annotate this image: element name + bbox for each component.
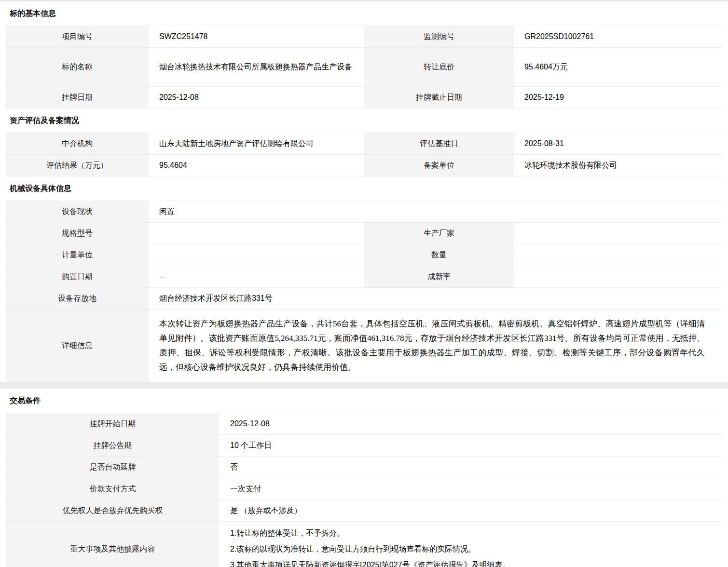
field-label-project-no: 项目编号 bbox=[6, 26, 149, 47]
field-label-floor-price: 转让底价 bbox=[364, 48, 514, 86]
field-label-unit: 计量单位 bbox=[6, 244, 149, 266]
table-row-project-no: 项目编号 SWZC251478 监测编号 GR2025SD1002761 bbox=[6, 26, 722, 47]
table-row-appraisal-result: 评估结果（万元） 95.4604 备案单位 冰轮环境技术股份有限公司 bbox=[6, 154, 722, 176]
field-value-agency: 山东天陆新土地房地产资产评估测绘有限公司 bbox=[149, 133, 364, 154]
field-value-purchase-date: -- bbox=[149, 266, 364, 287]
field-label-disclosure: 重大事项及其他披露内容 bbox=[6, 522, 220, 567]
table-row-priority-waiver: 优先权人是否放弃优先购买权 是 （放弃或不涉及） bbox=[6, 500, 722, 521]
table-row-purchase-date: 购置日期 -- 成新率 bbox=[6, 266, 722, 287]
section-title-conditions: 交易条件 bbox=[6, 389, 722, 413]
field-value-manufacturer bbox=[514, 223, 722, 244]
field-label-detail-info: 详细信息 bbox=[6, 310, 149, 382]
field-value-floor-price: 95.4604万元 bbox=[514, 48, 722, 86]
field-label-auto-extend: 是否自动延牌 bbox=[6, 457, 220, 478]
trade-conditions-card: 交易条件 挂牌开始日期 2025-12-08 挂牌公告期 10 个工作日 是否自… bbox=[6, 389, 722, 567]
table-row-storage-location: 设备存放地 烟台经济技术开发区长江路331号 bbox=[6, 287, 722, 309]
field-value-listing-deadline: 2025-12-19 bbox=[514, 87, 722, 108]
field-label-listing-deadline: 挂牌截止日期 bbox=[364, 87, 514, 108]
section-title-basic: 标的基本信息 bbox=[6, 1, 722, 26]
field-label-payment-method: 价款支付方式 bbox=[6, 478, 220, 500]
field-value-detail-info: 本次转让资产为板翅换热器产品生产设备，共计56台套，具体包括空压机、液压闸式剪板… bbox=[149, 310, 722, 382]
field-value-priority-waiver: 是 （放弃或不涉及） bbox=[220, 500, 722, 521]
field-label-agency: 中介机构 bbox=[6, 133, 149, 154]
field-value-disclosure: 1.转让标的整体受让，不予拆分。 2.该标的以现状为准转让，意向受让方须自行到现… bbox=[220, 522, 722, 567]
field-label-appraisal-base-date: 评估基准日 bbox=[364, 133, 514, 154]
section-title-equipment: 机械设备具体信息 bbox=[6, 176, 722, 201]
field-label-start-date: 挂牌开始日期 bbox=[6, 413, 220, 434]
field-label-equipment-status: 设备现状 bbox=[6, 201, 149, 222]
table-row-detail-info: 详细信息 本次转让资产为板翅换热器产品生产设备，共计56台套，具体包括空压机、液… bbox=[6, 309, 722, 382]
field-value-storage-location: 烟台经济技术开发区长江路331号 bbox=[149, 288, 722, 309]
field-value-appraisal-base-date: 2025-08-31 bbox=[514, 133, 722, 154]
field-value-unit bbox=[149, 244, 364, 266]
table-row-start-date: 挂牌开始日期 2025-12-08 bbox=[6, 413, 722, 434]
table-row-agency: 中介机构 山东天陆新土地房地产资产评估测绘有限公司 评估基准日 2025-08-… bbox=[6, 133, 722, 154]
disclosure-line-3: 3.其他重大事项详见天陆新资评烟报字[2025]第027号《资产评估报告》及明细… bbox=[230, 559, 510, 567]
field-label-model: 规格型号 bbox=[6, 223, 149, 244]
field-value-appraisal-result: 95.4604 bbox=[149, 155, 364, 176]
field-label-manufacturer: 生产厂家 bbox=[364, 223, 514, 244]
disclosure-line-1: 1.转让标的整体受让，不予拆分。 bbox=[230, 527, 510, 540]
field-label-notice-period: 挂牌公告期 bbox=[6, 435, 220, 456]
table-row-listing-date: 挂牌日期 2025-12-08 挂牌截止日期 2025-12-19 bbox=[6, 86, 722, 108]
section-gap bbox=[0, 382, 728, 389]
detail-info-paragraph: 本次转让资产为板翅换热器产品生产设备，共计56台套，具体包括空压机、液压闸式剪板… bbox=[159, 314, 714, 378]
field-label-subject-name: 标的名称 bbox=[6, 48, 149, 86]
disclosure-lines: 1.转让标的整体受让，不予拆分。 2.该标的以现状为准转让，意向受让方须自行到现… bbox=[230, 524, 510, 567]
table-row-subject-name: 标的名称 烟台冰轮换热技术有限公司所属板翅换热器产品生产设备 转让底价 95.4… bbox=[6, 47, 722, 86]
field-value-payment-method: 一次支付 bbox=[220, 478, 722, 500]
table-row-payment-method: 价款支付方式 一次支付 bbox=[6, 478, 722, 500]
field-value-monitor-no: GR2025SD1002761 bbox=[514, 26, 722, 47]
field-label-newness-rate: 成新率 bbox=[364, 266, 514, 287]
field-label-quantity: 数量 bbox=[364, 244, 514, 266]
section-title-appraisal: 资产评估及备案情况 bbox=[6, 108, 722, 133]
field-label-storage-location: 设备存放地 bbox=[6, 288, 149, 309]
field-label-filing-unit: 备案单位 bbox=[364, 155, 514, 176]
field-value-newness-rate bbox=[514, 266, 722, 287]
disclosure-line-2: 2.该标的以现状为准转让，意向受让方须自行到现场查看标的实际情况。 bbox=[230, 543, 510, 555]
table-row-equipment-status: 设备现状 闲置 bbox=[6, 201, 722, 222]
field-label-purchase-date: 购置日期 bbox=[6, 266, 149, 287]
field-value-auto-extend: 否 bbox=[220, 457, 722, 478]
field-value-listing-date: 2025-12-08 bbox=[149, 87, 364, 108]
field-value-start-date: 2025-12-08 bbox=[220, 413, 722, 434]
field-value-filing-unit: 冰轮环境技术股份有限公司 bbox=[514, 155, 722, 176]
field-value-model bbox=[149, 223, 364, 244]
table-row-unit: 计量单位 数量 bbox=[6, 244, 722, 266]
field-label-priority-waiver: 优先权人是否放弃优先购买权 bbox=[6, 500, 220, 521]
field-value-project-no: SWZC251478 bbox=[149, 26, 364, 47]
field-value-notice-period: 10 个工作日 bbox=[220, 435, 722, 456]
table-row-notice-period: 挂牌公告期 10 个工作日 bbox=[6, 434, 722, 456]
field-label-listing-date: 挂牌日期 bbox=[6, 87, 149, 108]
table-row-model: 规格型号 生产厂家 bbox=[6, 222, 722, 244]
field-value-subject-name: 烟台冰轮换热技术有限公司所属板翅换热器产品生产设备 bbox=[149, 48, 364, 86]
field-label-monitor-no: 监测编号 bbox=[364, 26, 514, 47]
listing-info-card: 标的基本信息 项目编号 SWZC251478 监测编号 GR2025SD1002… bbox=[6, 1, 722, 382]
field-value-equipment-status: 闲置 bbox=[149, 201, 722, 222]
field-value-quantity bbox=[514, 244, 722, 266]
table-row-disclosure: 重大事项及其他披露内容 1.转让标的整体受让，不予拆分。 2.该标的以现状为准转… bbox=[6, 521, 722, 567]
field-label-appraisal-result: 评估结果（万元） bbox=[6, 155, 149, 176]
table-row-auto-extend: 是否自动延牌 否 bbox=[6, 456, 722, 478]
